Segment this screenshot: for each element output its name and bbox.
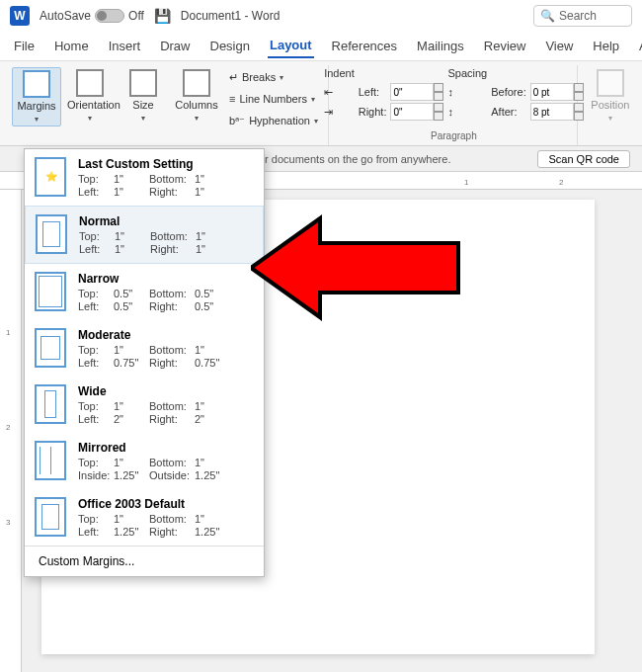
spinner-icon[interactable] [434,83,443,101]
tab-review[interactable]: Review [482,35,528,57]
before-label: Before: [491,86,525,98]
orientation-icon [76,69,104,97]
spacing-after-icon: ↕ [447,106,487,118]
indent-right-icon: ⇥ [324,106,355,119]
margin-option-name: Office 2003 Default [78,497,254,511]
right-label: Right: [359,106,387,118]
search-input[interactable]: 🔍 Search [533,5,632,27]
margins-dropdown-menu: Last Custom SettingTop:1"Bottom:1"Left:1… [24,148,265,577]
margin-thumb-icon [35,272,66,311]
margin-thumb-icon [35,157,66,197]
orientation-label: Orientation [67,99,120,111]
margin-option-moderate[interactable]: ModerateTop:1"Bottom:1"Left:0.75"Right:0… [25,320,264,377]
line-numbers-button[interactable]: ≡Line Numbers▾ [225,89,322,109]
document-title: Document1 - Word [181,9,280,23]
chevron-down-icon: ▾ [314,117,318,126]
tab-help[interactable]: Help [591,35,621,57]
tab-insert[interactable]: Insert [107,35,143,57]
margins-label: Margins [17,100,55,112]
tab-references[interactable]: References [330,35,399,57]
tab-file[interactable]: File [12,35,37,57]
search-icon: 🔍 [540,9,555,23]
tab-design[interactable]: Design [208,35,252,57]
margin-thumb-icon [35,441,66,480]
spacing-after-input[interactable] [530,103,574,121]
tab-draw[interactable]: Draw [158,35,192,57]
search-placeholder: Search [559,9,597,23]
position-label: Position [591,99,629,111]
autosave-toggle[interactable]: AutoSave Off [40,9,144,23]
tab-layout[interactable]: Layout [268,34,314,58]
chevron-down-icon: ▾ [195,114,199,123]
left-label: Left: [359,86,387,98]
margin-option-wide[interactable]: WideTop:1"Bottom:1"Left:2"Right:2" [25,377,264,433]
vertical-ruler[interactable]: 123 [0,190,22,672]
autosave-label: AutoSave [40,9,91,23]
margin-thumb-icon [35,384,66,424]
indent-left-input[interactable] [390,83,434,101]
columns-label: Columns [175,99,217,111]
margin-option-mirrored[interactable]: MirroredTop:1"Bottom:1"Inside:1.25"Outsi… [25,433,264,489]
size-button[interactable]: Size▾ [119,67,168,125]
indent-heading: Indent [324,67,355,81]
hyphenation-icon: bᵃ⁻ [229,115,245,127]
margin-option-last-custom-setting[interactable]: Last Custom SettingTop:1"Bottom:1"Left:1… [25,149,264,206]
margin-option-normal[interactable]: NormalTop:1"Bottom:1"Left:1"Right:1" [25,206,264,264]
title-bar: W AutoSave Off 💾 Document1 - Word 🔍 Sear… [0,0,642,32]
margin-option-name: Narrow [78,272,254,286]
margin-thumb-icon [35,328,66,368]
autosave-state: Off [128,9,144,23]
word-logo-icon: W [10,6,30,26]
spacing-before-input[interactable] [530,83,574,101]
margins-icon [23,70,50,98]
paragraph-group-label: Paragraph [431,130,477,143]
save-icon[interactable]: 💾 [154,8,171,24]
tab-acro[interactable]: Acro [637,35,642,57]
margin-option-name: Moderate [78,328,254,342]
tab-mailings[interactable]: Mailings [415,35,466,57]
spacing-heading: Spacing [447,67,487,81]
chevron-down-icon: ▾ [88,114,92,123]
margin-option-narrow[interactable]: NarrowTop:0.5"Bottom:0.5"Left:0.5"Right:… [25,264,264,320]
scan-qr-button[interactable]: Scan QR code [537,150,630,168]
margin-thumb-icon [36,214,67,254]
ribbon: Margins▾ Orientation▾ Size▾ Columns▾ ↵Br… [0,61,642,146]
breaks-button[interactable]: ↵Breaks▾ [225,67,322,87]
orientation-button[interactable]: Orientation▾ [65,67,115,125]
custom-margins-button[interactable]: Custom Margins... [25,546,264,576]
info-message: ur documents on the go from anywhere. [259,153,450,165]
tab-view[interactable]: View [543,35,575,57]
spinner-icon[interactable] [434,103,443,121]
margin-option-name: Mirrored [78,441,254,455]
indent-right-input[interactable] [390,103,434,121]
page-setup-group: Margins▾ Orientation▾ Size▾ Columns▾ ↵Br… [6,65,329,145]
margin-thumb-icon [35,497,66,537]
ribbon-tabs: FileHomeInsertDrawDesignLayoutReferences… [0,32,642,61]
margin-option-name: Wide [78,384,254,398]
indent-left-icon: ⇤ [324,86,355,99]
columns-button[interactable]: Columns▾ [172,67,221,125]
columns-icon [183,69,210,97]
hyphenation-button[interactable]: bᵃ⁻Hyphenation▾ [225,111,322,130]
after-label: After: [491,106,525,118]
position-icon [597,69,624,97]
chevron-down-icon: ▾ [311,95,315,104]
margins-button[interactable]: Margins▾ [12,67,61,126]
chevron-down-icon: ▾ [608,114,612,123]
paragraph-group: Indent Spacing ⇤ Left: ↕ Before: ⇥ Right… [331,65,578,145]
size-label: Size [132,99,153,111]
chevron-down-icon: ▾ [141,114,145,123]
breaks-icon: ↵ [229,71,238,84]
margin-option-office-2003-default[interactable]: Office 2003 DefaultTop:1"Bottom:1"Left:1… [25,489,264,546]
position-button[interactable]: Position▾ [586,67,635,125]
size-icon [129,69,157,97]
arrange-group: Position▾ [580,65,641,145]
chevron-down-icon: ▾ [35,115,39,124]
margin-option-name: Last Custom Setting [78,157,254,171]
chevron-down-icon: ▾ [280,73,283,82]
toggle-pill-icon[interactable] [95,9,124,23]
tab-home[interactable]: Home [52,35,91,57]
spacing-before-icon: ↕ [447,86,487,98]
margin-option-name: Normal [79,214,253,228]
line-numbers-icon: ≡ [229,93,235,105]
